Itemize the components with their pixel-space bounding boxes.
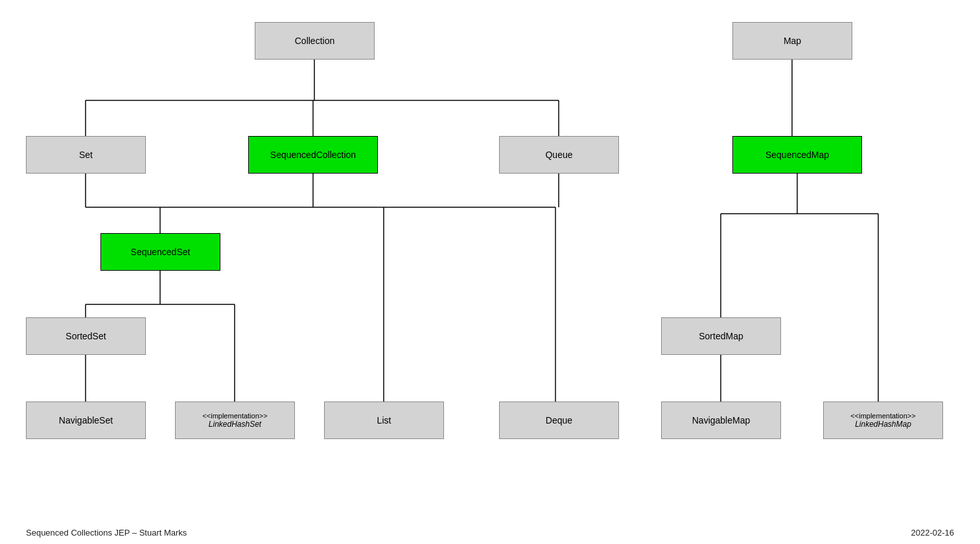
linked-hash-set-prefix: <<implementation>> xyxy=(202,412,267,420)
deque-node: Deque xyxy=(499,402,619,439)
sequenced-collection-node: SequencedCollection xyxy=(248,136,378,174)
sorted-set-label: SortedSet xyxy=(65,331,106,341)
map-label: Map xyxy=(784,36,801,46)
sorted-set-node: SortedSet xyxy=(26,317,146,355)
linked-hash-set-node: <<implementation>> LinkedHashSet xyxy=(175,402,295,439)
diagram: Collection Map Set SequencedCollection Q… xyxy=(0,0,980,518)
sequenced-collection-label: SequencedCollection xyxy=(270,150,356,160)
deque-label: Deque xyxy=(546,415,572,425)
map-node: Map xyxy=(732,22,852,60)
linked-hash-set-label: LinkedHashSet xyxy=(209,420,261,429)
set-node: Set xyxy=(26,136,146,174)
sequenced-set-label: SequencedSet xyxy=(131,247,191,257)
linked-hash-map-prefix: <<implementation>> xyxy=(850,412,915,420)
queue-label: Queue xyxy=(545,150,572,160)
footer-date: 2022-02-16 xyxy=(911,528,955,538)
navigable-set-node: NavigableSet xyxy=(26,402,146,439)
sequenced-map-node: SequencedMap xyxy=(732,136,862,174)
sorted-map-label: SortedMap xyxy=(699,331,743,341)
list-node: List xyxy=(324,402,444,439)
navigable-map-label: NavigableMap xyxy=(692,415,751,425)
collection-node: Collection xyxy=(255,22,375,60)
navigable-map-node: NavigableMap xyxy=(661,402,781,439)
list-label: List xyxy=(377,415,391,425)
sequenced-map-label: SequencedMap xyxy=(765,150,829,160)
sequenced-set-node: SequencedSet xyxy=(100,233,220,271)
sorted-map-node: SortedMap xyxy=(661,317,781,355)
linked-hash-map-node: <<implementation>> LinkedHashMap xyxy=(823,402,943,439)
set-label: Set xyxy=(79,150,93,160)
collection-label: Collection xyxy=(295,36,334,46)
queue-node: Queue xyxy=(499,136,619,174)
navigable-set-label: NavigableSet xyxy=(59,415,113,425)
linked-hash-map-label: LinkedHashMap xyxy=(855,420,911,429)
footer-title: Sequenced Collections JEP – Stuart Marks xyxy=(26,528,187,538)
